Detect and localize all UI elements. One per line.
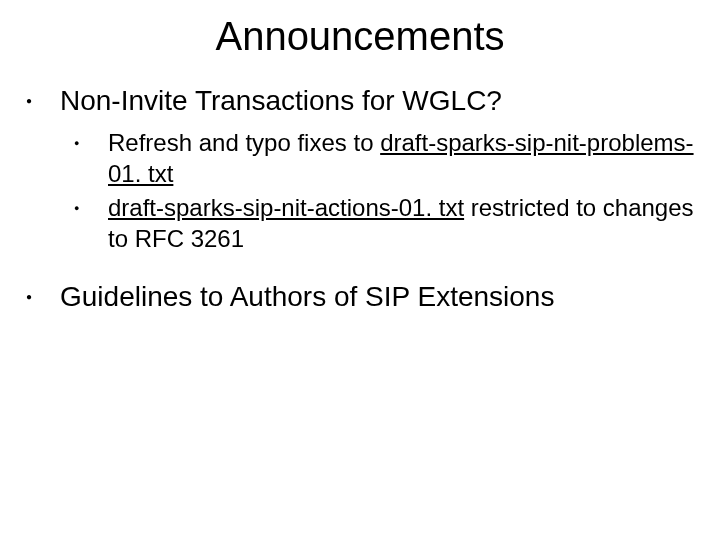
list-item: Non-Invite Transactions for WGLC? Refres… xyxy=(18,83,702,255)
slide-title: Announcements xyxy=(0,0,720,59)
slide-body: Non-Invite Transactions for WGLC? Refres… xyxy=(0,59,720,314)
list-item: Guidelines to Authors of SIP Extensions xyxy=(18,279,702,314)
list-item: draft-sparks-sip-nit-actions-01. txt res… xyxy=(60,193,702,254)
bullet-list-level1: Non-Invite Transactions for WGLC? Refres… xyxy=(18,83,702,314)
draft-actions-link[interactable]: draft-sparks-sip-nit-actions-01. txt xyxy=(108,194,464,221)
list-item: Refresh and typo fixes to draft-sparks-s… xyxy=(60,128,702,189)
slide: Announcements Non-Invite Transactions fo… xyxy=(0,0,720,540)
list-item-text: Non-Invite Transactions for WGLC? xyxy=(60,85,502,116)
bullet-list-level2: Refresh and typo fixes to draft-sparks-s… xyxy=(60,128,702,255)
list-item-pretext: Refresh and typo fixes to xyxy=(108,129,380,156)
list-item-text: Guidelines to Authors of SIP Extensions xyxy=(60,281,554,312)
